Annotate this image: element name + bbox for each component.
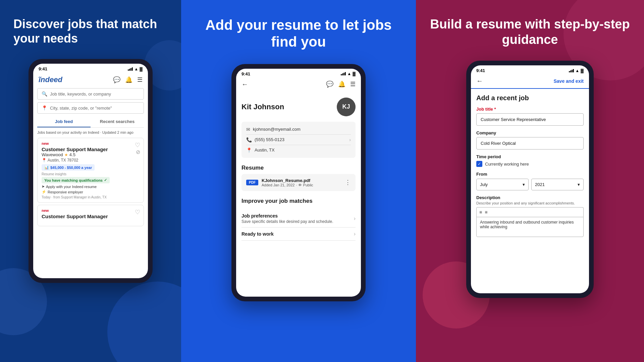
from-row: July ▾ 2021 ▾ — [476, 179, 584, 190]
tab-job-feed[interactable]: Job feed — [37, 116, 91, 127]
panel-discover: Discover jobs that match your needs 9:41… — [0, 0, 181, 362]
avatar: KJ — [337, 98, 356, 116]
bullet-list-icon[interactable]: ≡ — [479, 209, 482, 215]
location-icon: 📍 — [42, 105, 47, 111]
company-input[interactable]: Cold River Optical — [476, 137, 584, 149]
resume-card[interactable]: PDF KJohnson_Resume.pdf Added Jan 21, 20… — [241, 174, 356, 191]
p2-nav-icons: 💬 🔔 ☰ — [326, 80, 356, 88]
time-period-label: Time period — [476, 154, 584, 159]
status-bar-2: 9:41 ▲ ▓ — [236, 69, 361, 78]
feed-subtitle: Jobs based on your activity on Indeed · … — [33, 128, 148, 136]
contact-email: kjohnson@myemail.com — [253, 127, 301, 132]
job-salary-1: 📊 $45,000 - $50,000 a year — [42, 164, 95, 171]
map-pin-icon: 📍 — [246, 147, 252, 153]
status-icons-2: ▲ ▓ — [341, 71, 356, 76]
p3-section-title: Add a recent job — [476, 94, 584, 102]
location-search-input[interactable]: 📍 City, state, zip code, or "remote" — [37, 102, 144, 114]
battery-icon-3: ▓ — [581, 68, 584, 73]
company-label: Company — [476, 130, 584, 135]
p2-menu-icon[interactable]: ☰ — [350, 80, 356, 88]
job-prefs-item[interactable]: Job preferences Save specific details li… — [241, 210, 356, 228]
ready-to-work-title: Ready to work — [241, 231, 274, 237]
battery-icon-2: ▓ — [353, 71, 356, 76]
ready-to-work-item[interactable]: Ready to work › — [241, 228, 356, 241]
currently-working-row: ✓ Currently working here — [476, 161, 584, 167]
search-icon: 🔍 — [42, 91, 47, 97]
indeed-logo-text: ĩndeed — [39, 75, 62, 84]
panel3-headline: Build a resume with step-by-step guidanc… — [426, 17, 634, 47]
resume-more-icon[interactable]: ⋮ — [345, 179, 351, 186]
job-heart-1[interactable]: ♡ — [135, 141, 140, 149]
matching-badge-1: You have matching qualifications ✓ — [42, 177, 110, 183]
resume-info: KJohnson_Resume.pdf Added Jan 21, 2022 ·… — [262, 178, 341, 187]
year-dropdown-icon: ▾ — [578, 182, 580, 187]
p3-navbar: ← Save and exit — [471, 74, 589, 89]
search-placeholder: Job title, keywords, or company — [50, 92, 111, 97]
ready-chevron-icon: › — [354, 231, 356, 237]
job-search-input[interactable]: 🔍 Job title, keywords, or company — [37, 88, 144, 100]
job-meta-1: Today · from Support Manager in Austin, … — [42, 195, 140, 199]
phone-screen-2: 9:41 ▲ ▓ ← 💬 🔔 ☰ — [236, 69, 361, 297]
profile-section: Kit Johnson KJ — [236, 92, 361, 122]
month-dropdown-icon: ▾ — [523, 182, 525, 187]
job-company-1: Wavewood ★ 4.5 — [42, 152, 140, 157]
phone-frame-3: 9:41 ▲ ▓ ← Save and exit — [466, 61, 594, 298]
menu-icon[interactable]: ☰ — [137, 76, 143, 83]
phone-screen-1: 9:41 ▲ ▓ ĩndeed 💬 — [33, 64, 148, 278]
month-value: July — [480, 182, 488, 187]
contact-email-row: ✉ kjohnson@myemail.com — [246, 125, 351, 134]
contact-location: Austin, TX — [255, 147, 275, 153]
message-icon[interactable]: 💬 — [113, 76, 120, 83]
signal-icon-1 — [128, 67, 133, 71]
status-icons-3: ▲ ▓ — [569, 68, 584, 73]
bell-icon[interactable]: 🔔 — [125, 76, 132, 83]
status-time-1: 9:41 — [39, 66, 47, 71]
job-location-1: 📍 Austin, TX 78702 — [42, 158, 140, 163]
status-time-2: 9:41 — [241, 71, 250, 76]
job-card-2[interactable]: new Customer Support Manager ♡ — [37, 205, 144, 226]
job-title-input[interactable]: Customer Service Representative — [476, 113, 584, 126]
job-title-required: * — [494, 107, 496, 112]
job-prefs-chevron-icon: › — [354, 216, 356, 222]
job-rating-1: ★ — [64, 153, 68, 157]
p2-back-button[interactable]: ← — [241, 80, 248, 88]
description-textarea[interactable]: Answering inbound and outbound customer … — [476, 217, 584, 237]
resume-section-title: Resume — [236, 162, 361, 174]
ready-to-work-content: Ready to work — [241, 231, 274, 237]
year-value: 2021 — [535, 182, 545, 187]
feed-tabs: Job feed Recent searches — [37, 116, 144, 128]
job-new-badge-1: new — [42, 141, 140, 145]
description-label: Description — [476, 195, 584, 200]
tab-recent-searches[interactable]: Recent searches — [91, 116, 144, 127]
resume-filename: KJohnson_Resume.pdf — [262, 178, 341, 183]
ordered-list-icon[interactable]: ≡ — [485, 209, 487, 215]
indeed-logo: ĩndeed — [39, 75, 62, 84]
p1-nav-icons: 💬 🔔 ☰ — [113, 76, 143, 83]
status-bar-1: 9:41 ▲ ▓ — [33, 64, 148, 73]
p2-bell-icon[interactable]: 🔔 — [338, 80, 345, 88]
status-bar-3: 9:41 ▲ ▓ — [471, 65, 589, 74]
signal-icon-2 — [341, 72, 346, 75]
year-select[interactable]: 2021 ▾ — [531, 179, 584, 190]
phone-frame-1: 9:41 ▲ ▓ ĩndeed 💬 — [29, 59, 153, 283]
status-time-3: 9:41 — [476, 68, 485, 73]
wifi-icon-1: ▲ — [134, 67, 138, 71]
job-new-badge-2: new — [42, 208, 140, 213]
currently-working-checkbox[interactable]: ✓ — [476, 161, 482, 167]
panel2-headline: Add your resume to let jobs find you — [191, 17, 406, 51]
improve-section: Job preferences Save specific details li… — [236, 207, 361, 243]
month-select[interactable]: July ▾ — [476, 179, 529, 190]
p3-save-button[interactable]: Save and exit — [554, 78, 584, 84]
p3-body: Add a recent job Job title * Customer Se… — [471, 89, 589, 242]
contact-phone-row[interactable]: 📞 (555) 555-0123 › — [246, 135, 351, 144]
phone-screen-3: 9:41 ▲ ▓ ← Save and exit — [471, 65, 589, 293]
job-block-1[interactable]: ⊘ — [136, 149, 140, 155]
signal-icon-3 — [569, 69, 574, 72]
job-feature-responsive: ⚡ Responsive employer — [42, 190, 140, 194]
job-card-1[interactable]: new Customer Support Manager Wavewood ★ … — [37, 138, 144, 203]
job-heart-2[interactable]: ♡ — [135, 208, 140, 216]
p2-message-icon[interactable]: 💬 — [326, 80, 333, 88]
p3-back-button[interactable]: ← — [476, 77, 483, 85]
contact-location-row: 📍 Austin, TX — [246, 146, 351, 155]
insights-label-1: Resume insights — [42, 172, 140, 176]
